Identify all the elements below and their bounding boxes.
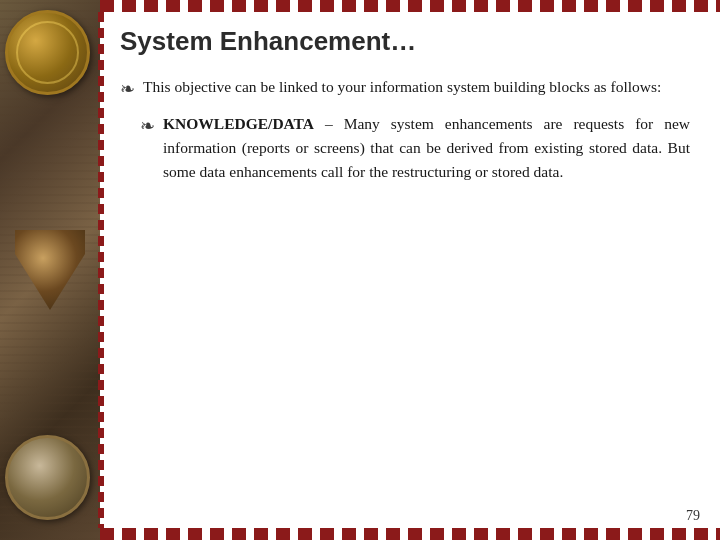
bullet-symbol-1: ❧	[120, 76, 135, 104]
slide-body: ❧ This objective can be linked to your i…	[120, 75, 690, 520]
slide-number: 79	[686, 508, 700, 524]
dash: –	[314, 115, 344, 132]
left-decorative-border	[0, 0, 100, 540]
main-bullet: ❧ This objective can be linked to your i…	[120, 75, 690, 104]
sub-bullet: ❧ KNOWLEDGE/DATA – Many system enhanceme…	[140, 112, 690, 184]
knowledge-data-label: KNOWLEDGE/DATA	[163, 115, 314, 132]
compass-icon	[5, 435, 90, 520]
slide-title: System Enhancement…	[120, 26, 690, 57]
sub-bullet-symbol-1: ❧	[140, 113, 155, 141]
content-area: System Enhancement… ❧ This objective can…	[100, 0, 720, 540]
bullet-text-1: This objective can be linked to your inf…	[143, 75, 690, 99]
medal-icon	[5, 10, 90, 95]
slide-container: System Enhancement… ❧ This objective can…	[0, 0, 720, 540]
sub-bullet-text-1: KNOWLEDGE/DATA – Many system enhancement…	[163, 112, 690, 184]
